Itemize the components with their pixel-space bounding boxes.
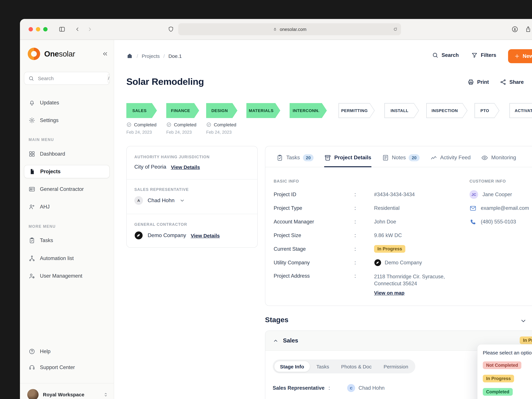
tasks-count-badge: 20 <box>303 154 314 161</box>
search-icon <box>432 52 439 58</box>
user-gear-icon <box>29 273 35 279</box>
sidebar-item-projects[interactable]: Projects <box>24 165 110 178</box>
stage-design[interactable]: DESIGN <box>206 103 237 118</box>
option-in-progress[interactable]: In Progress <box>483 375 514 382</box>
sidebar-item-label: Support Center <box>40 364 75 370</box>
breadcrumb: / Projects / Doe.1 <box>126 52 182 59</box>
refresh-icon[interactable] <box>393 27 398 32</box>
stage-materials[interactable]: MATERIALS <box>246 103 280 118</box>
printer-icon <box>468 79 474 85</box>
tab-project-details[interactable]: Project Details <box>324 148 371 167</box>
sales-stage-tabs: Stage Info Tasks Photos & Doc Permission <box>273 359 415 374</box>
sidebar-item-updates[interactable]: Updates <box>24 96 110 109</box>
customer-phone-row[interactable]: (480) 555-0103 <box>469 217 532 226</box>
breadcrumb-separator: / <box>137 53 138 59</box>
sidebar-item-dashboard[interactable]: Dashboard <box>24 147 110 161</box>
sidebar-item-label: Projects <box>40 169 61 175</box>
stage-activation[interactable]: ACTIVATION <box>509 103 532 118</box>
sidebar-item-label: Updates <box>40 100 59 106</box>
sidebar-search[interactable]: / <box>24 72 110 85</box>
project-info-card: AUTHORITY HAVING JURISDICTION City of Pe… <box>126 146 258 248</box>
tab-stage-info[interactable]: Stage Info <box>274 361 310 372</box>
stage-finance[interactable]: FINANCE <box>166 103 199 118</box>
sales-rep-section: SALES REPRESENTATIVE A Chad Hohn <box>134 187 250 205</box>
chevron-up-icon[interactable] <box>273 338 279 344</box>
sidebar-item-settings[interactable]: Settings <box>24 114 110 127</box>
breadcrumb-projects[interactable]: Projects <box>142 53 160 59</box>
chevron-down-icon[interactable] <box>179 197 185 203</box>
option-completed[interactable]: Completed <box>483 388 513 396</box>
workspace-sort-icon[interactable] <box>103 392 108 397</box>
stage-inspection[interactable]: INSPECTION <box>426 103 468 118</box>
sidebar-item-ahj[interactable]: AHJ <box>24 200 110 214</box>
zoom-button[interactable] <box>43 27 48 32</box>
stage-install[interactable]: INSTALL <box>384 103 419 118</box>
sidebar-item-label: Tasks <box>40 237 53 243</box>
tab-activity-feed[interactable]: Activity Feed <box>430 148 471 167</box>
brand-bold: One <box>44 49 59 58</box>
address-bar[interactable]: onesolar.com <box>178 23 401 35</box>
sidebar-item-help[interactable]: Help <box>24 345 110 358</box>
stages-collapse-icon[interactable] <box>520 317 527 324</box>
sales-stage-status-badge: In Progress <box>520 336 532 344</box>
sidebar-item-tasks[interactable]: Tasks <box>24 234 110 247</box>
print-button[interactable]: Print <box>468 79 489 85</box>
sidebar-toggle-icon[interactable] <box>58 26 65 33</box>
downloads-icon[interactable] <box>511 26 518 33</box>
ahj-view-details-link[interactable]: View Details <box>171 164 200 170</box>
main-content: / Projects / Doe.1 Search Filters New <box>114 40 532 399</box>
sidebar-item-user-management[interactable]: User Management <box>24 269 110 283</box>
share-button[interactable]: Share <box>500 79 524 85</box>
new-button[interactable]: New <box>508 49 532 63</box>
share-sheet-icon[interactable] <box>525 26 532 33</box>
phone-icon <box>469 218 476 225</box>
sales-rep-avatar: A <box>134 196 143 205</box>
workspace-switcher[interactable]: Royal Workspace <box>20 383 114 399</box>
tab-notes[interactable]: Notes 20 <box>382 148 420 167</box>
ahj-value: City of Peoria <box>134 164 166 170</box>
sidebar-item-general-contractor[interactable]: General Contractor <box>24 183 110 196</box>
view-on-map-link[interactable]: View on map <box>374 290 405 296</box>
stage-sales[interactable]: SALES <box>126 103 157 118</box>
tab-monitoring[interactable]: Monitoring <box>481 148 516 167</box>
note-icon <box>382 154 389 161</box>
gc-view-details-link[interactable]: View Details <box>191 233 220 238</box>
privacy-shield-icon[interactable] <box>168 26 174 32</box>
header-search-button[interactable]: Search <box>432 52 459 58</box>
back-icon[interactable] <box>75 26 81 32</box>
sales-rep-select[interactable]: A Chad Hohn <box>134 196 250 205</box>
popup-title: Please select an option <box>483 350 532 355</box>
sidebar: Onesolar / Updates Settings <box>20 40 114 399</box>
filters-button[interactable]: Filters <box>471 52 496 58</box>
headset-icon <box>29 364 35 371</box>
forward-icon[interactable] <box>87 26 93 32</box>
new-button-label: New <box>523 53 532 59</box>
customer-email-row[interactable]: example@email.com <box>469 204 532 212</box>
tab-stage-tasks[interactable]: Tasks <box>311 361 335 372</box>
row-project-address: Project Address: 2118 Thornridge Cir. Sy… <box>265 269 465 288</box>
sidebar-item-label: Automation list <box>40 255 74 261</box>
tab-permission[interactable]: Permission <box>378 361 414 372</box>
minimize-button[interactable] <box>36 27 40 32</box>
sidebar-item-automation-list[interactable]: Automation list <box>24 252 110 265</box>
check-circle-icon <box>206 122 211 127</box>
popup-options: Not Completed In Progress Completed <box>483 361 532 396</box>
home-icon[interactable] <box>126 52 133 59</box>
stage-pto[interactable]: PTO <box>475 103 500 118</box>
stage-interconn[interactable]: INTERCONN. <box>290 103 327 118</box>
stage-permitting[interactable]: PERMITTING <box>338 103 375 118</box>
sidebar-item-support-center[interactable]: Support Center <box>24 361 110 374</box>
search-input[interactable] <box>38 76 104 81</box>
check-circle-icon <box>166 122 171 127</box>
close-button[interactable] <box>29 27 33 32</box>
option-not-completed[interactable]: Not Completed <box>483 361 521 369</box>
person-add-icon <box>29 203 35 210</box>
tab-tasks[interactable]: Tasks 20 <box>276 148 314 167</box>
header-search-label: Search <box>442 52 459 58</box>
sidebar-item-label: General Contractor <box>40 186 84 192</box>
divider <box>127 214 257 214</box>
url-text: onesolar.com <box>280 27 307 32</box>
tab-photos-doc[interactable]: Photos & Doc <box>336 361 377 372</box>
sidebar-collapse-icon[interactable] <box>102 51 108 57</box>
panel-tabs: Tasks 20 Project Details Notes 20 <box>265 146 532 167</box>
